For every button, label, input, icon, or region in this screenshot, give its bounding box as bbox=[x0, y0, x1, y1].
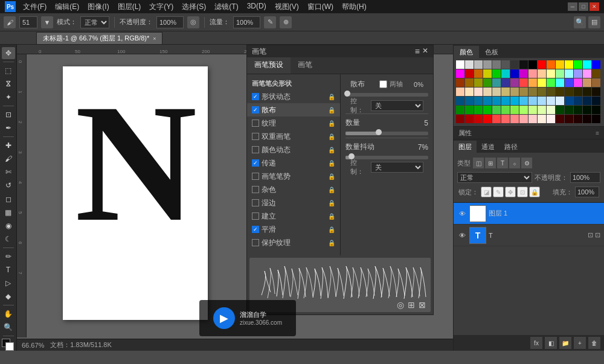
text-tool[interactable]: T bbox=[2, 264, 15, 276]
minimize-button[interactable]: ─ bbox=[568, 2, 577, 11]
swatch[interactable] bbox=[556, 69, 564, 78]
swatch[interactable] bbox=[474, 60, 483, 69]
swatch[interactable] bbox=[474, 78, 483, 87]
maximize-button[interactable]: □ bbox=[579, 2, 588, 11]
swatch[interactable] bbox=[556, 97, 564, 105]
menu-window[interactable]: 窗口(W) bbox=[304, 1, 337, 13]
swatch[interactable] bbox=[465, 115, 474, 123]
brush-tab-settings[interactable]: 画笔 bbox=[291, 57, 320, 74]
swatch[interactable] bbox=[492, 60, 501, 69]
swatch[interactable] bbox=[565, 78, 573, 87]
swatch[interactable] bbox=[483, 69, 492, 78]
menu-file[interactable]: 文件(F) bbox=[19, 1, 50, 13]
flow-input[interactable] bbox=[233, 16, 260, 28]
swatch[interactable] bbox=[528, 106, 537, 114]
swatch[interactable] bbox=[465, 106, 474, 114]
pen-tool[interactable]: ✏ bbox=[2, 251, 15, 263]
attributes-menu-icon[interactable]: ≡ bbox=[596, 130, 599, 136]
opacity-input[interactable] bbox=[570, 172, 600, 183]
swatch[interactable] bbox=[528, 78, 537, 87]
texture-checkbox[interactable] bbox=[252, 120, 259, 127]
eyedropper-tool[interactable]: ✒ bbox=[2, 122, 15, 134]
menu-help[interactable]: 帮助(H) bbox=[338, 1, 370, 13]
swatch[interactable] bbox=[556, 60, 564, 69]
type-icon-5[interactable]: ⚙ bbox=[521, 158, 532, 168]
swatch[interactable] bbox=[556, 115, 564, 123]
shape-dynamics-checkbox[interactable] bbox=[252, 93, 259, 100]
shape-tool[interactable]: ◆ bbox=[2, 290, 15, 302]
swatch[interactable] bbox=[565, 97, 573, 105]
brush-item-scatter[interactable]: 散布 🔒 bbox=[247, 103, 340, 117]
swatch[interactable] bbox=[501, 78, 510, 87]
swatch[interactable] bbox=[519, 78, 528, 87]
preview-icon-1[interactable]: ◎ bbox=[397, 300, 404, 310]
swatch-red[interactable] bbox=[538, 60, 546, 69]
swatch[interactable] bbox=[510, 69, 519, 78]
swatch-green[interactable] bbox=[574, 60, 582, 69]
preview-icon-3[interactable]: ⊠ bbox=[419, 300, 426, 310]
swatch[interactable] bbox=[583, 78, 591, 87]
new-layer-button[interactable]: + bbox=[574, 337, 586, 349]
brush-item-dual-brush[interactable]: 双重画笔 🔒 bbox=[247, 130, 340, 143]
swatch[interactable] bbox=[483, 88, 492, 96]
swatch[interactable] bbox=[538, 78, 546, 87]
layer-eye-1[interactable]: 👁 bbox=[457, 209, 467, 219]
hand-tool[interactable]: ✋ bbox=[2, 308, 15, 320]
brush-item-transfer[interactable]: 传递 🔒 bbox=[247, 156, 340, 170]
brush-tool[interactable]: 🖌 bbox=[2, 153, 15, 165]
swatch[interactable] bbox=[547, 97, 555, 105]
history-tool[interactable]: ↺ bbox=[2, 179, 15, 191]
swatch[interactable] bbox=[510, 97, 519, 105]
swatch[interactable] bbox=[538, 106, 546, 114]
swatch-magenta[interactable] bbox=[456, 69, 464, 78]
swatch[interactable] bbox=[547, 78, 555, 87]
lock-paint-btn[interactable]: ✎ bbox=[493, 187, 504, 197]
tab-color[interactable]: 颜色 bbox=[454, 46, 479, 58]
swatch[interactable] bbox=[592, 97, 600, 105]
brush-item-color-dynamics[interactable]: 颜色动态 🔒 bbox=[247, 143, 340, 156]
swatch[interactable] bbox=[556, 88, 564, 96]
swatch[interactable] bbox=[501, 69, 510, 78]
swatch-cyan[interactable] bbox=[583, 60, 591, 69]
swatch[interactable] bbox=[474, 69, 483, 78]
swatch[interactable] bbox=[565, 88, 573, 96]
add-mask-button[interactable]: ◧ bbox=[545, 337, 557, 349]
swatch[interactable] bbox=[510, 106, 519, 114]
opacity-input[interactable] bbox=[156, 16, 184, 28]
brush-item-noise[interactable]: 杂色 🔒 bbox=[247, 183, 340, 196]
brush-panel-titlebar[interactable]: 画笔 ≡ ✕ bbox=[247, 45, 433, 57]
swatch[interactable] bbox=[556, 106, 564, 114]
move-tool[interactable]: ✥ bbox=[2, 47, 15, 59]
tab-swatches[interactable]: 色板 bbox=[479, 46, 504, 58]
lock-artboard-btn[interactable]: ⊡ bbox=[517, 187, 528, 197]
lock-all-btn[interactable]: 🔒 bbox=[529, 187, 540, 197]
build-up-checkbox[interactable] bbox=[252, 212, 259, 220]
fill-input[interactable] bbox=[575, 187, 599, 197]
jitter-slider[interactable] bbox=[345, 156, 428, 159]
blur-tool[interactable]: ◉ bbox=[2, 220, 15, 232]
swatch[interactable] bbox=[483, 78, 492, 87]
panel-menu-icon[interactable]: ≡ bbox=[415, 46, 420, 56]
noise-checkbox[interactable] bbox=[252, 186, 259, 193]
tab-paths[interactable]: 路径 bbox=[500, 141, 522, 153]
swatch[interactable] bbox=[492, 97, 501, 105]
foreground-color[interactable] bbox=[2, 339, 15, 351]
color-dynamics-checkbox[interactable] bbox=[252, 146, 259, 153]
menu-filter[interactable]: 滤镜(T) bbox=[211, 1, 242, 13]
clone-tool[interactable]: ✄ bbox=[2, 166, 15, 178]
swatch[interactable] bbox=[519, 60, 528, 69]
mode-select[interactable]: 正常 bbox=[80, 16, 109, 28]
brush-item-shape-dynamics[interactable]: 形状动态 🔒 bbox=[247, 90, 340, 103]
lasso-tool[interactable]: ⴵ bbox=[2, 78, 15, 90]
swatch[interactable] bbox=[483, 106, 492, 114]
swatch[interactable] bbox=[538, 69, 546, 78]
smoothing-checkbox[interactable] bbox=[252, 226, 259, 233]
tab-layers[interactable]: 图层 bbox=[454, 141, 477, 153]
gradient-tool[interactable]: ▦ bbox=[2, 206, 15, 219]
dodge-tool[interactable]: ☾ bbox=[2, 233, 15, 245]
swatch[interactable] bbox=[474, 106, 483, 114]
swatch[interactable] bbox=[547, 60, 555, 69]
swatch[interactable] bbox=[465, 88, 474, 96]
lock-transparent-btn[interactable]: ◪ bbox=[481, 187, 492, 197]
layer-item-1[interactable]: 👁 图层 1 bbox=[454, 203, 604, 225]
